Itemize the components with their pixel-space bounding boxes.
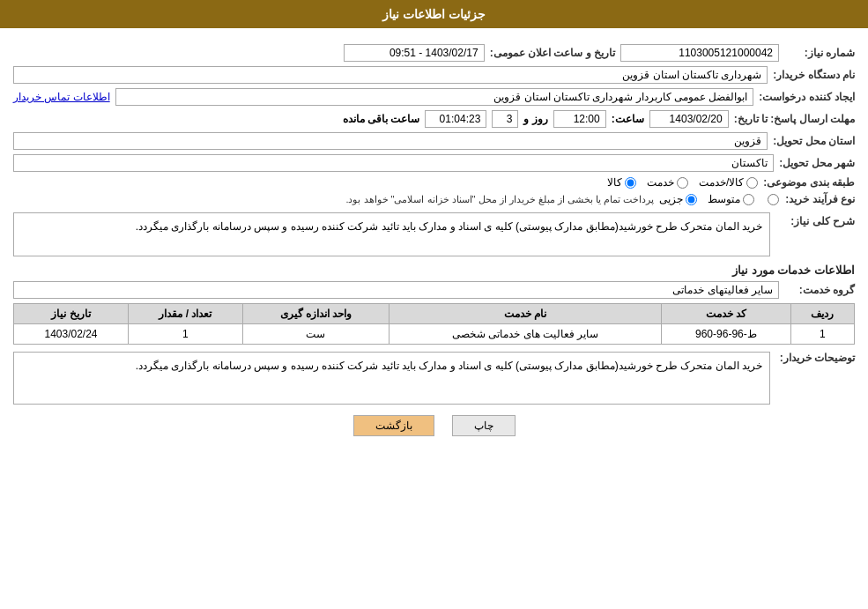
need-number-value: 1103005121000042 xyxy=(620,44,779,62)
buttons-row: چاپ بازگشت xyxy=(13,415,855,436)
process-option-2[interactable]: متوسط xyxy=(708,193,754,205)
page-title: جزئیات اطلاعات نیاز xyxy=(382,7,486,21)
province-label: استان محل تحویل: xyxy=(773,135,855,147)
general-desc-label: شرح کلی نیاز: xyxy=(775,212,855,227)
category-option-1[interactable]: کالا xyxy=(607,176,636,189)
deadline-days-label: روز و xyxy=(523,113,547,125)
buyer-org-value: شهرداری تاکستان استان قزوین xyxy=(13,66,768,84)
deadline-days: 3 xyxy=(492,110,518,128)
general-desc-text: خرید المان متحرک طرح خورشید(مطابق مدارک … xyxy=(13,212,770,256)
service-group-value: سایر فعالیتهای خدماتی xyxy=(13,281,779,299)
process-option-3[interactable] xyxy=(765,194,779,205)
services-title: اطلاعات خدمات مورد نیاز xyxy=(13,264,855,277)
cell-date: 1403/02/24 xyxy=(14,324,129,345)
deadline-date: 1403/02/20 xyxy=(649,110,729,128)
buyer-notes-label: توضیحات خریدار: xyxy=(775,352,855,364)
buyer-notes-text: خرید المان متحرک طرح خورشید(مطابق مدارک … xyxy=(13,352,770,405)
category-option-2[interactable]: خدمت xyxy=(647,176,688,189)
page-header: جزئیات اطلاعات نیاز xyxy=(0,0,868,28)
col-header-name: نام خدمت xyxy=(389,304,662,324)
cell-rownum: 1 xyxy=(790,324,854,345)
service-group-label: گروه خدمت: xyxy=(784,284,855,296)
col-header-unit: واحد اندازه گیری xyxy=(242,304,389,324)
deadline-time-label: ساعت: xyxy=(612,113,644,125)
city-label: شهر محل تحویل: xyxy=(779,157,855,169)
cell-code: ط-96-96-960 xyxy=(662,324,790,345)
city-value: تاکستان xyxy=(13,154,774,172)
category-radio-group: کالا/خدمت خدمت کالا xyxy=(607,176,758,189)
deadline-time: 12:00 xyxy=(553,110,606,128)
cell-qty: 1 xyxy=(128,324,242,345)
category-label: طبقه بندی موضوعی: xyxy=(763,176,855,189)
process-radio-group: متوسط جزیی xyxy=(659,193,779,205)
category-option-3[interactable]: کالا/خدمت xyxy=(699,176,758,189)
deadline-label: مهلت ارسال پاسخ: تا تاریخ: xyxy=(734,113,855,125)
province-value: قزوین xyxy=(13,132,768,150)
deadline-remaining-label: ساعت باقی مانده xyxy=(343,113,420,125)
table-row: 1 ط-96-96-960 سایر فعالیت های خدماتی شخص… xyxy=(14,324,855,345)
requester-label: ایجاد کننده درخواست: xyxy=(759,91,855,103)
announce-date-label: تاریخ و ساعت اعلان عمومی: xyxy=(490,47,615,59)
process-label: نوع فرآیند خرید: xyxy=(784,193,855,205)
services-table: ردیف کد خدمت نام خدمت واحد اندازه گیری ت… xyxy=(13,303,855,345)
col-header-code: کد خدمت xyxy=(662,304,790,324)
col-header-rownum: ردیف xyxy=(790,304,854,324)
process-option-1[interactable]: جزیی xyxy=(659,193,697,205)
announce-date-value: 1403/02/17 - 09:51 xyxy=(344,44,485,62)
buyer-org-label: نام دستگاه خریدار: xyxy=(773,69,855,81)
contact-link[interactable]: اطلاعات تماس خریدار xyxy=(13,91,110,103)
col-header-qty: تعداد / مقدار xyxy=(128,304,242,324)
print-button[interactable]: چاپ xyxy=(452,415,516,436)
process-note: پرداخت تمام یا بخشی از مبلغ خریدار از مح… xyxy=(345,194,654,205)
need-number-label: شماره نیاز: xyxy=(784,47,855,59)
cell-unit: ست xyxy=(242,324,389,345)
requester-value: ابوالفضل عمومی کاربردار شهرداری تاکستان … xyxy=(115,88,754,106)
deadline-remaining: 01:04:23 xyxy=(425,110,486,128)
back-button[interactable]: بازگشت xyxy=(353,415,434,436)
col-header-date: تاریخ نیاز xyxy=(14,304,129,324)
cell-name: سایر فعالیت های خدماتی شخصی xyxy=(389,324,662,345)
